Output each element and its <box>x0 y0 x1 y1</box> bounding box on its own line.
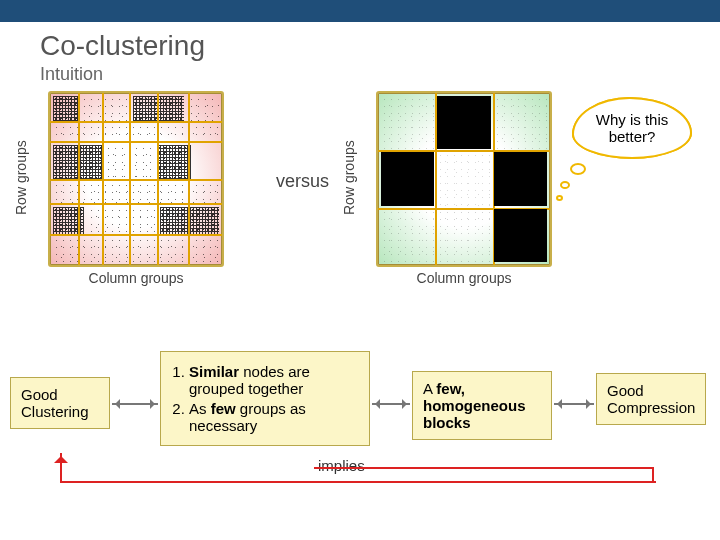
box-good-clustering-text: Good Clustering <box>21 386 89 420</box>
grid-line <box>157 93 159 265</box>
criterion-1: Similar nodes are grouped together <box>189 363 359 397</box>
slide-subtitle: Intuition <box>40 64 720 85</box>
thought-bubble-dot <box>556 195 563 201</box>
grid-line <box>78 93 80 265</box>
grid-line <box>50 179 222 181</box>
sparse-block <box>381 209 434 262</box>
versus-label: versus <box>276 171 329 192</box>
grid-line <box>50 121 222 123</box>
grid-line <box>50 203 222 205</box>
right-matrix <box>376 91 552 267</box>
slide-title: Co-clustering <box>40 30 720 62</box>
connector-arrow <box>554 399 594 409</box>
criterion-2-strong: few <box>211 400 236 417</box>
box-few-blocks: A few, homogeneous blocks <box>412 371 552 440</box>
left-matrix <box>48 91 224 267</box>
grid-line <box>129 93 131 265</box>
criterion-2: As few groups as necessary <box>189 400 359 434</box>
sparse-block <box>437 209 490 262</box>
box-good-compression: Good Compression <box>596 373 706 425</box>
connector-arrow <box>112 399 158 409</box>
criterion-1-strong: Similar <box>189 363 239 380</box>
criterion-2-prefix: As <box>189 400 211 417</box>
grid-line <box>188 93 190 265</box>
noise-block <box>53 207 84 235</box>
row-groups-label-left: Row groups <box>12 91 30 264</box>
column-groups-label-left: Column groups <box>48 270 224 286</box>
noise-block <box>157 145 191 179</box>
noise-block <box>53 96 77 120</box>
bottom-flow: Good Clustering Similar nodes are groupe… <box>0 337 720 487</box>
box-criteria: Similar nodes are grouped together As fe… <box>160 351 370 446</box>
row-groups-label-right: Row groups <box>340 91 358 264</box>
noise-block <box>88 207 157 235</box>
thought-bubble-dot <box>560 181 570 189</box>
noise-block <box>81 96 129 120</box>
matrix-comparison: Row groups <box>0 91 720 309</box>
box-good-clustering: Good Clustering <box>10 377 110 429</box>
right-matrix-wrap: Row groups Column groups <box>376 91 552 286</box>
grid-line <box>50 234 222 236</box>
slide-top-bar <box>0 0 720 22</box>
dense-block <box>494 152 547 205</box>
thought-text: Why is this better? <box>578 111 686 145</box>
noise-block <box>188 96 219 120</box>
sparse-block <box>494 96 547 149</box>
dense-block <box>494 209 547 262</box>
thought-bubble-dot <box>570 163 586 175</box>
sparse-block <box>437 152 490 205</box>
few-prefix: A <box>423 380 436 397</box>
dense-block <box>437 96 490 149</box>
few-strong2: homogeneous blocks <box>423 397 526 431</box>
sparse-block <box>381 96 434 149</box>
dense-block <box>381 152 434 205</box>
left-matrix-wrap: Row groups <box>48 91 224 286</box>
thought-bubble: Why is this better? <box>572 97 692 159</box>
box-good-compression-text: Good Compression <box>607 382 695 416</box>
grid-line <box>102 93 104 265</box>
feedback-arrow <box>48 453 654 483</box>
few-strong1: few, <box>436 380 465 397</box>
connector-arrow <box>372 399 410 409</box>
column-groups-label-right: Column groups <box>376 270 552 286</box>
grid-line <box>50 141 222 143</box>
